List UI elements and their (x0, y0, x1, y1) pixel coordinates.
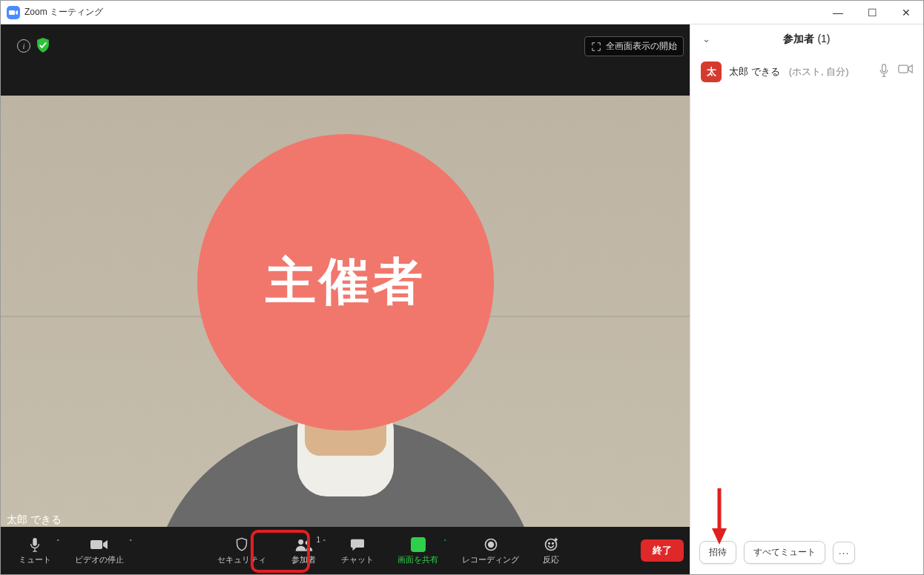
reactions-button[interactable]: 反応 (531, 531, 571, 570)
self-name-label: 太郎 できる (5, 512, 63, 528)
minimize-button[interactable]: ― (821, 1, 855, 24)
meeting-info-icon[interactable]: i (17, 39, 30, 53)
fullscreen-label: 全画面表示の開始 (606, 40, 677, 53)
record-icon (484, 536, 498, 553)
chevron-up-icon[interactable]: ˄ (56, 539, 60, 546)
chat-icon (350, 536, 365, 553)
content: i 全画面表示の開始 主催者 (1, 24, 923, 574)
smiley-icon (544, 536, 558, 553)
svg-rect-9 (882, 64, 886, 72)
chevron-up-icon[interactable]: ˄ (443, 539, 447, 546)
shield-icon (235, 536, 248, 553)
participants-count: 1 (316, 536, 320, 544)
participant-meta: (ホスト, 自分) (789, 65, 849, 79)
annotation-arrow-icon (710, 487, 729, 546)
stop-video-button[interactable]: ビデオの停止 ˄ (63, 531, 136, 570)
security-button[interactable]: セキュリティ (205, 531, 278, 570)
video-area: i 全画面表示の開始 主催者 (1, 24, 690, 574)
enter-fullscreen-button[interactable]: 全画面表示の開始 (584, 36, 684, 56)
more-options-button[interactable]: ··· (833, 542, 855, 564)
panel-footer: 招待 すべてミュート ··· (690, 534, 923, 574)
zoom-app-icon (7, 6, 20, 19)
collapse-panel-icon[interactable]: ⌄ (702, 33, 710, 44)
close-button[interactable]: ✕ (889, 1, 923, 24)
svg-point-7 (549, 542, 550, 544)
svg-point-5 (488, 542, 493, 547)
svg-rect-0 (33, 537, 36, 545)
share-screen-button[interactable]: 画面を共有 ˄ (386, 531, 450, 570)
host-overlay-text: 主催者 (265, 248, 426, 316)
panel-title: 参加者 (1) (783, 33, 830, 46)
chevron-up-icon[interactable]: ˄ (129, 539, 133, 546)
end-meeting-button[interactable]: 終了 (641, 539, 684, 562)
encryption-shield-icon[interactable] (36, 38, 50, 56)
chevron-up-icon[interactable]: ˄ (323, 539, 326, 546)
mute-all-button[interactable]: すべてミュート (744, 541, 825, 564)
share-icon (411, 536, 426, 553)
svg-rect-1 (90, 540, 102, 549)
svg-point-3 (305, 540, 308, 544)
mute-button[interactable]: ミュート ˄ (7, 531, 63, 570)
chat-button[interactable]: チャット (329, 531, 386, 570)
app-window: Zoom ミーティング ― ☐ ✕ i 全画面表示の開始 (0, 0, 924, 575)
microphone-icon (29, 536, 41, 553)
meeting-toolbar: ミュート ˄ ビデオの停止 ˄ セキュリティ 参加者 1 ˄ (1, 527, 690, 574)
svg-point-8 (552, 542, 554, 544)
host-overlay-circle: 主催者 (197, 134, 494, 431)
video-top-bar: i 全画面表示の開始 (1, 24, 690, 96)
svg-point-2 (298, 539, 303, 545)
participants-panel: ⌄ 参加者 (1) 太 太郎 できる (ホスト, 自分) 招待 すべてミュート (690, 24, 923, 574)
avatar: 太 (701, 62, 722, 82)
camera-icon (90, 536, 108, 553)
participant-name: 太郎 できる (729, 65, 780, 79)
people-icon (294, 536, 314, 553)
titlebar: Zoom ミーティング ― ☐ ✕ (1, 1, 923, 24)
camera-icon[interactable] (898, 64, 913, 80)
panel-header: ⌄ 参加者 (1) (690, 24, 923, 54)
participants-button[interactable]: 参加者 1 ˄ (278, 531, 329, 570)
window-controls: ― ☐ ✕ (821, 1, 923, 24)
svg-rect-10 (899, 65, 908, 73)
self-video: 主催者 (1, 96, 690, 574)
microphone-icon[interactable] (879, 64, 889, 80)
invite-button[interactable]: 招待 (699, 541, 736, 564)
participant-row[interactable]: 太 太郎 できる (ホスト, 自分) (690, 54, 923, 90)
maximize-button[interactable]: ☐ (855, 1, 889, 24)
record-button[interactable]: レコーディング (450, 531, 531, 570)
svg-point-6 (546, 539, 557, 550)
window-title: Zoom ミーティング (24, 6, 103, 19)
